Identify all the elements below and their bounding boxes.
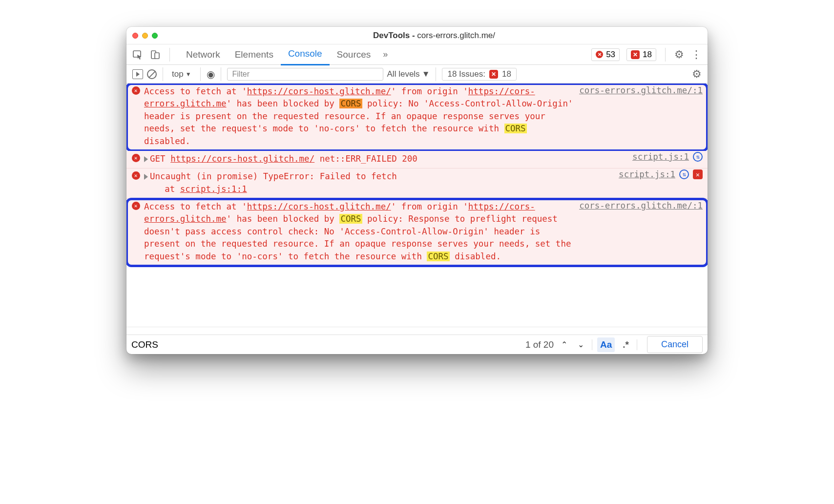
devtools-window: DevTools - cors-errors.glitch.me/ Networ… [126, 27, 708, 354]
replay-xhr-icon[interactable]: ⇅ [679, 169, 689, 179]
search-current-match: CORS [339, 99, 362, 108]
main-toolbar: Network Elements Console Sources » ✕ 53 … [126, 44, 708, 65]
stack-link[interactable]: script.js:1:1 [180, 184, 247, 194]
search-bar: 1 of 20 ⌃ ⌄ Aa .* Cancel [126, 335, 708, 354]
issue-indicator-icon[interactable]: ✕ [693, 169, 703, 179]
issue-count-badge[interactable]: ✕ 18 [626, 48, 656, 61]
search-input[interactable] [131, 337, 439, 352]
console-spacer [126, 327, 708, 335]
replay-xhr-icon[interactable]: ⇅ [693, 152, 703, 162]
url-link[interactable]: https://cors-host.glitch.me/ [247, 86, 391, 96]
more-tabs-icon[interactable]: » [378, 49, 393, 60]
disclosure-triangle-icon[interactable] [144, 156, 148, 162]
tab-sources[interactable]: Sources [330, 44, 378, 65]
error-count-badge[interactable]: ✕ 53 [591, 48, 620, 61]
log-level-selector[interactable]: All levels ▼ [387, 69, 430, 79]
error-circle-icon: ✕ [596, 51, 603, 58]
window-maximize-icon[interactable] [152, 33, 158, 39]
console-error-row[interactable]: ✕ GET https://cors-host.glitch.me/ net::… [126, 151, 708, 168]
issue-square-icon: ✕ [631, 50, 640, 59]
search-next-button[interactable]: ⌄ [575, 340, 587, 349]
issue-count: 18 [643, 50, 652, 60]
console-output: ✕ Access to fetch at 'https://cors-host.… [126, 84, 708, 327]
clear-console-icon[interactable] [147, 69, 157, 79]
url-link[interactable]: https://cors-host.glitch.me/ [170, 154, 314, 164]
search-match: CORS [339, 214, 362, 224]
console-error-row[interactable]: ✕ Access to fetch at 'https://cors-host.… [126, 199, 708, 266]
search-match: CORS [427, 252, 449, 261]
search-cancel-button[interactable]: Cancel [647, 336, 703, 353]
regex-toggle[interactable]: .* [620, 337, 632, 352]
svg-rect-2 [155, 53, 159, 59]
filter-input[interactable]: Filter [227, 68, 383, 81]
issues-count: 18 [502, 69, 511, 79]
inspect-element-icon[interactable] [132, 49, 143, 60]
error-circle-icon: ✕ [132, 202, 140, 210]
console-settings-gear-icon[interactable]: ⚙ [692, 68, 702, 81]
tab-elements[interactable]: Elements [228, 44, 281, 65]
disclosure-triangle-icon[interactable] [144, 174, 148, 180]
traffic-lights [132, 33, 158, 39]
error-circle-icon: ✕ [132, 154, 140, 162]
error-circle-icon: ✕ [132, 171, 140, 180]
match-case-toggle[interactable]: Aa [597, 337, 615, 352]
settings-gear-icon[interactable]: ⚙ [674, 48, 684, 61]
levels-label: All levels [387, 69, 420, 79]
source-link[interactable]: script.js:1 [619, 169, 675, 179]
error-message: GET https://cors-host.glitch.me/ net::ER… [144, 153, 704, 165]
window-close-icon[interactable] [132, 33, 138, 39]
tab-console[interactable]: Console [281, 43, 330, 65]
title-url: cors-errors.glitch.me/ [417, 31, 495, 40]
chevron-down-icon: ▼ [186, 71, 191, 78]
live-expression-icon[interactable]: ◉ [207, 68, 215, 80]
window-title: DevTools - cors-errors.glitch.me/ [167, 31, 702, 41]
chevron-down-icon: ▼ [422, 69, 430, 79]
console-toolbar: top ▼ ◉ Filter All levels ▼ 18 Issues: ✕… [126, 65, 708, 84]
issues-text: 18 Issues: [447, 69, 485, 79]
tab-network[interactable]: Network [179, 44, 228, 65]
console-error-row[interactable]: ✕ Uncaught (in promise) TypeError: Faile… [126, 168, 708, 199]
context-selector[interactable]: top ▼ [169, 69, 194, 79]
url-link[interactable]: https://cors-host.glitch.me/ [247, 202, 391, 211]
show-console-drawer-icon[interactable] [132, 69, 143, 79]
search-prev-button[interactable]: ⌃ [559, 340, 570, 349]
title-prefix: DevTools - [373, 31, 417, 40]
source-link[interactable]: script.js:1 [632, 152, 689, 162]
issue-square-icon: ✕ [489, 70, 498, 79]
context-label: top [172, 69, 184, 79]
titlebar: DevTools - cors-errors.glitch.me/ [126, 27, 708, 44]
window-minimize-icon[interactable] [142, 33, 148, 39]
search-result-count: 1 of 20 [525, 339, 554, 350]
error-circle-icon: ✕ [132, 86, 140, 95]
more-menu-icon[interactable]: ⋮ [691, 48, 702, 61]
console-error-row[interactable]: ✕ Access to fetch at 'https://cors-host.… [126, 84, 708, 151]
error-count: 53 [606, 50, 615, 60]
search-match: CORS [504, 124, 527, 133]
device-toolbar-icon[interactable] [150, 49, 161, 60]
issues-button[interactable]: 18 Issues: ✕ 18 [442, 68, 516, 81]
source-link[interactable]: cors-errors.glitch.me/:1 [579, 85, 703, 95]
source-link[interactable]: cors-errors.glitch.me/:1 [579, 201, 703, 210]
